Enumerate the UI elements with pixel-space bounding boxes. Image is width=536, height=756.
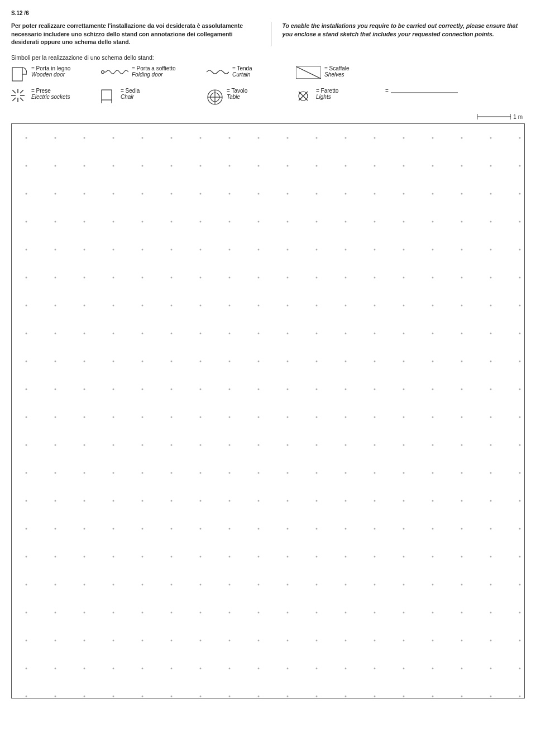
svg-rect-14 <box>102 90 112 100</box>
chair-text: = Sedia Chair <box>121 88 140 100</box>
table-text: = Tavolo Table <box>227 88 247 100</box>
table-icon <box>207 88 223 106</box>
scale-label: 1 m <box>513 114 523 120</box>
symbol-row-2: = Prese Electric sockets = Sedia Chair <box>11 88 525 106</box>
svg-line-12 <box>20 90 23 93</box>
intro-divider <box>271 22 271 46</box>
intro-section: Per poter realizzare correttamente l'ins… <box>11 22 525 46</box>
svg-rect-0 <box>12 68 22 81</box>
svg-line-5 <box>296 66 321 79</box>
symbol-wooden-door: = Porta in legno Wooden door <box>11 65 84 82</box>
symbol-lights: = Faretto Lights <box>296 88 368 103</box>
lights-icon <box>296 88 313 103</box>
symbol-electric-sockets: = Prese Electric sockets <box>11 88 84 102</box>
intro-italian: Per poter realizzare correttamente l'ins… <box>11 22 271 46</box>
symbols-title: Simboli per la realizzazione di uno sche… <box>11 54 525 61</box>
svg-line-10 <box>12 90 16 93</box>
shelves-text: = Scaffale Shelves <box>324 65 350 78</box>
svg-line-11 <box>20 98 23 101</box>
grid-area <box>11 123 525 698</box>
chair-icon <box>100 88 117 103</box>
svg-rect-29 <box>12 124 524 698</box>
wooden-door-icon <box>11 65 28 82</box>
socket-icon <box>11 88 28 102</box>
electric-sockets-text: = Prese Electric sockets <box>31 88 70 100</box>
folding-door-icon <box>100 65 128 78</box>
svg-point-2 <box>102 71 104 74</box>
wooden-door-text: = Porta in legno Wooden door <box>31 65 70 78</box>
shelves-icon <box>296 65 321 79</box>
curtain-text: = Tenda Curtain <box>232 65 252 78</box>
scale-container: 1 m <box>11 111 525 122</box>
symbol-shelves: = Scaffale Shelves <box>296 65 380 79</box>
intro-english: To enable the installations you require … <box>283 22 525 46</box>
symbol-table: = Tavolo Table <box>207 88 279 106</box>
lights-text: = Faretto Lights <box>316 88 338 100</box>
symbol-curtain: = Tenda Curtain <box>207 65 279 78</box>
dot-grid <box>12 124 524 698</box>
symbol-custom: = <box>385 88 475 94</box>
custom-text: = <box>385 88 458 94</box>
svg-line-13 <box>12 98 16 101</box>
page-ref: S.12 /6 <box>11 10 525 16</box>
folding-door-text: = Porta a soffietto Folding door <box>132 65 175 78</box>
symbol-row-1: = Porta in legno Wooden door = Porta a s… <box>11 65 525 82</box>
symbol-folding-door: = Porta a soffietto Folding door <box>100 65 190 78</box>
scale-line: 1 m <box>477 111 523 122</box>
symbols-legend: = Porta in legno Wooden door = Porta a s… <box>11 65 525 106</box>
scale-bar: 1 m <box>477 111 523 122</box>
curtain-icon <box>207 65 229 78</box>
symbol-chair: = Sedia Chair <box>100 88 190 103</box>
